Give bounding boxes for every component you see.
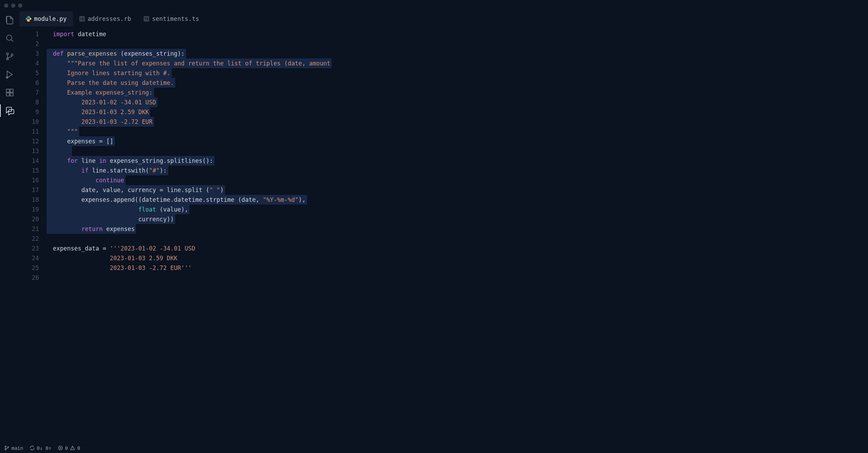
extensions-icon[interactable] [5, 88, 15, 97]
python-icon [26, 16, 31, 22]
code-content[interactable]: import datetimedef parse_expenses (expen… [47, 26, 868, 443]
window-controls [4, 3, 22, 8]
line-number: 24 [19, 253, 39, 263]
code-line[interactable] [47, 146, 868, 156]
line-number: 17 [19, 185, 39, 195]
code-line[interactable]: return expenses [47, 224, 868, 234]
svg-point-3 [11, 54, 13, 56]
code-line[interactable]: 2023-01-03 2.59 DKK [47, 253, 868, 263]
code-line[interactable]: Parse the date using datetime. [47, 78, 868, 88]
code-line[interactable]: expenses.append((datetime.datetime.strpt… [47, 195, 868, 205]
code-line[interactable]: date, value, currency = line.split (" ") [47, 185, 868, 195]
tab-label: sentiments.ts [152, 15, 199, 22]
line-number-gutter: 1234567891011121314151617181920212223242… [19, 26, 47, 443]
line-number: 22 [19, 234, 39, 244]
line-number: 13 [19, 146, 39, 156]
code-line[interactable]: 2023-01-03 2.59 DKK [47, 107, 868, 117]
line-number: 23 [19, 244, 39, 253]
line-number: 10 [19, 117, 39, 127]
svg-point-9 [5, 446, 6, 447]
activity-bar [0, 11, 19, 443]
line-number: 16 [19, 175, 39, 185]
line-number: 26 [19, 273, 39, 283]
code-line[interactable]: """ [47, 127, 868, 136]
editor-area: module.py rb addresses.rb TS sentiments.… [19, 11, 868, 443]
branch-name: main [11, 445, 23, 451]
line-number: 1 [19, 29, 39, 39]
code-line[interactable] [47, 234, 868, 244]
editor-pane[interactable]: 1234567891011121314151617181920212223242… [19, 26, 868, 443]
code-line[interactable]: import datetime [47, 29, 868, 39]
svg-point-1 [7, 53, 8, 55]
line-number: 4 [19, 58, 39, 68]
svg-rect-5 [6, 89, 9, 92]
code-line[interactable]: for line in expenses_string.splitlines()… [47, 156, 868, 166]
line-number: 20 [19, 214, 39, 224]
line-number: 21 [19, 224, 39, 234]
line-number: 5 [19, 68, 39, 78]
run-debug-icon[interactable] [5, 70, 15, 79]
svg-rect-8 [10, 89, 13, 92]
tab-label: module.py [34, 15, 67, 22]
chat-icon[interactable] [5, 106, 15, 116]
code-line[interactable]: 2023-01-03 -2.72 EUR [47, 117, 868, 127]
line-number: 7 [19, 88, 39, 97]
code-line[interactable]: 2023-01-03 -2.72 EUR''' [47, 263, 868, 273]
code-line[interactable]: 2023-01-02 -34.01 USD [47, 97, 868, 107]
svg-point-11 [8, 446, 9, 447]
ruby-icon: rb [79, 16, 85, 22]
line-number: 8 [19, 97, 39, 107]
status-problems[interactable]: 0 0 [58, 445, 80, 451]
code-line[interactable]: Example expenses_string: [47, 88, 868, 97]
tab-addresses-rb[interactable]: rb addresses.rb [73, 11, 137, 26]
status-sync[interactable]: 0↓ 0↑ [30, 445, 51, 451]
typescript-icon: TS [144, 16, 149, 22]
line-number: 15 [19, 166, 39, 175]
code-line[interactable]: if line.startswith("#"): [47, 166, 868, 175]
code-line[interactable]: Ignore lines starting with #. [47, 68, 868, 78]
main-area: module.py rb addresses.rb TS sentiments.… [0, 11, 868, 443]
line-number: 25 [19, 263, 39, 273]
code-line[interactable]: def parse_expenses (expenses_string): [47, 49, 868, 58]
code-line[interactable]: expenses = [] [47, 136, 868, 146]
statusbar: main 0↓ 0↑ 0 0 [0, 443, 868, 453]
error-count: 0 [65, 445, 68, 451]
svg-point-0 [7, 35, 12, 40]
code-line[interactable] [47, 273, 868, 283]
line-number: 2 [19, 39, 39, 49]
line-number: 6 [19, 78, 39, 88]
code-line[interactable]: expenses_data = '''2023-01-02 -34.01 USD [47, 244, 868, 253]
minimize-window-button[interactable] [11, 3, 15, 8]
svg-rect-6 [6, 93, 9, 96]
line-number: 14 [19, 156, 39, 166]
code-line[interactable] [47, 39, 868, 49]
titlebar [0, 0, 868, 11]
code-line[interactable]: continue [47, 175, 868, 185]
status-branch[interactable]: main [4, 445, 23, 451]
line-number: 19 [19, 205, 39, 214]
close-window-button[interactable] [4, 3, 8, 8]
sync-status: 0↓ 0↑ [37, 445, 51, 451]
code-line[interactable]: currency)) [47, 214, 868, 224]
source-control-icon[interactable] [5, 51, 15, 61]
line-number: 11 [19, 127, 39, 136]
code-line[interactable]: float (value), [47, 205, 868, 214]
tab-sentiments-ts[interactable]: TS sentiments.ts [137, 11, 206, 26]
line-number: 9 [19, 107, 39, 117]
search-icon[interactable] [5, 33, 15, 43]
maximize-window-button[interactable] [18, 3, 22, 8]
line-number: 12 [19, 136, 39, 146]
tab-module-py[interactable]: module.py [19, 11, 73, 26]
line-number: 18 [19, 195, 39, 205]
warning-count: 0 [77, 445, 80, 451]
explorer-icon[interactable] [5, 15, 15, 25]
line-number: 3 [19, 49, 39, 58]
code-line[interactable]: """Parse the list of expenses and return… [47, 58, 868, 68]
tabs-row: module.py rb addresses.rb TS sentiments.… [19, 11, 868, 26]
tab-label: addresses.rb [88, 15, 131, 22]
svg-rect-7 [10, 93, 13, 96]
